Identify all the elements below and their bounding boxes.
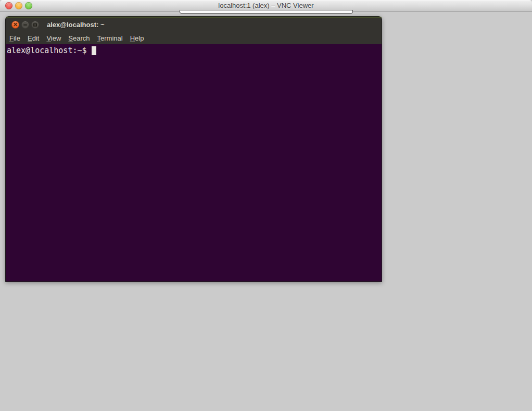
mac-zoom-button[interactable] [25, 2, 32, 9]
terminal-titlebar[interactable]: ✕ alex@localhost: ~ [6, 18, 382, 32]
terminal-close-button[interactable]: ✕ [11, 21, 19, 29]
menu-search-mnemonic: S [68, 34, 73, 42]
menu-help[interactable]: Help [126, 32, 148, 44]
mac-minimize-button[interactable] [15, 2, 22, 9]
menu-edit-label: dit [32, 34, 40, 42]
traffic-lights [5, 2, 32, 9]
remote-desktop: ✕ alex@localhost: ~ File Edit View Searc… [0, 12, 532, 411]
menu-edit-mnemonic: E [28, 34, 32, 42]
terminal-window: ✕ alex@localhost: ~ File Edit View Searc… [5, 16, 382, 282]
menu-help-mnemonic: H [130, 34, 135, 42]
mac-close-button[interactable] [5, 2, 12, 9]
menu-help-label: elp [135, 34, 144, 42]
terminal-prompt-line: alex@localhost:~$ [7, 46, 382, 55]
terminal-maximize-button[interactable] [31, 21, 39, 29]
shell-prompt: alex@localhost:~$ [7, 46, 87, 55]
menu-terminal[interactable]: Terminal [94, 32, 126, 44]
minimize-icon [23, 24, 27, 25]
terminal-cursor [92, 46, 96, 55]
terminal-window-title: alex@localhost: ~ [47, 21, 105, 29]
terminal-menubar: File Edit View Search Terminal Help [6, 32, 382, 44]
menu-search-label: earch [73, 34, 90, 42]
terminal-minimize-button[interactable] [21, 21, 29, 29]
vnc-toolbar-reveal-tab[interactable] [180, 10, 353, 14]
terminal-screen[interactable]: alex@localhost:~$ [6, 44, 382, 281]
close-icon: ✕ [13, 22, 18, 28]
menu-file-mnemonic: F [9, 34, 14, 42]
menu-terminal-label: erminal [100, 34, 123, 42]
menu-search[interactable]: Search [65, 32, 93, 44]
menu-view-mnemonic: V [46, 34, 50, 42]
menu-view-label: iew [51, 34, 61, 42]
menu-file[interactable]: File [6, 32, 24, 44]
menu-view[interactable]: View [43, 32, 65, 44]
maximize-icon [33, 23, 37, 27]
menu-file-label: ile [14, 34, 20, 42]
menu-edit[interactable]: Edit [24, 32, 43, 44]
